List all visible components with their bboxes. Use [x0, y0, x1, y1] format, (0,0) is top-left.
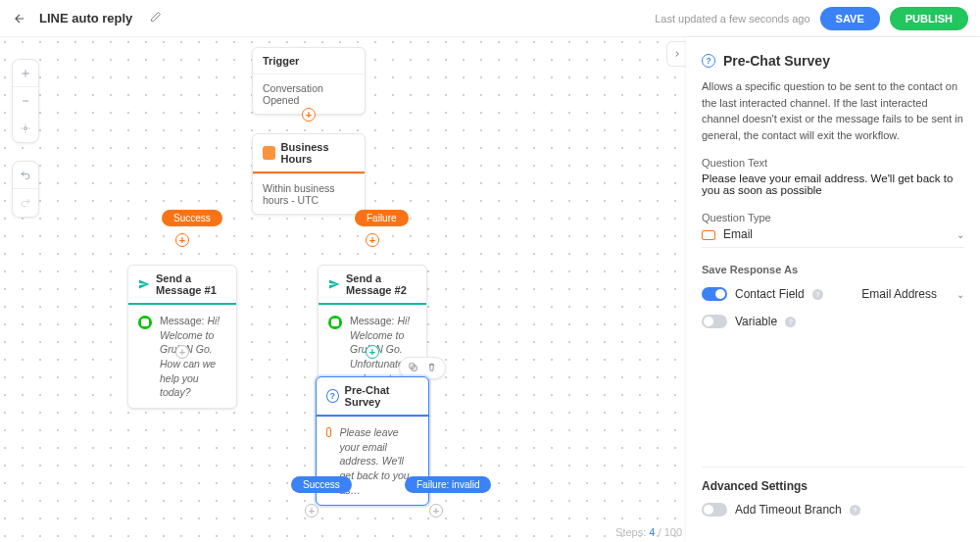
add-step-icon[interactable]: + [305, 504, 318, 517]
node-send-message-1[interactable]: Send a Message #1 Message: Hi! Welcome t… [127, 265, 237, 409]
node-msg2-label: Send a Message #2 [346, 272, 416, 296]
panel-description: Allows a specific question to be sent to… [702, 78, 964, 143]
msg-prefix: Message: [350, 315, 395, 326]
question-type-value: Email [723, 227, 753, 241]
node-business-hours-body: Within business hours - UTC [253, 173, 365, 214]
collapse-panel-icon[interactable] [666, 41, 686, 67]
node-msg1-label: Send a Message #1 [156, 272, 226, 296]
node-msg2-title: Send a Message #2 [318, 266, 426, 305]
send-icon [138, 277, 150, 291]
help-icon[interactable]: ? [850, 505, 860, 516]
copy-icon[interactable] [408, 362, 418, 374]
contact-field-label: Contact Field [735, 287, 805, 301]
help-icon[interactable]: ? [785, 317, 796, 327]
steps-current: 4 [649, 526, 655, 538]
node-business-hours-title: Business Hours [253, 134, 365, 173]
branch-failure-pill[interactable]: Failure [355, 210, 409, 226]
question-type-label: Question Type [702, 212, 964, 223]
line-channel-icon [328, 316, 342, 329]
delete-icon[interactable] [426, 362, 437, 374]
mail-icon [702, 230, 715, 240]
save-button[interactable]: SAVE [820, 7, 880, 30]
zoom-in-icon[interactable]: ＋ [13, 60, 38, 87]
chevron-down-icon: ⌄ [956, 289, 964, 300]
add-step-icon[interactable]: + [429, 504, 443, 517]
header-left: LINE auto reply [12, 11, 162, 26]
redo-icon[interactable] [13, 189, 38, 217]
node-trigger-title: Trigger [253, 48, 365, 74]
timeout-toggle[interactable] [702, 503, 727, 517]
node-business-hours[interactable]: Business Hours Within business hours - U… [252, 133, 366, 215]
survey-failure-pill[interactable]: Failure: invalid [405, 476, 491, 493]
timeout-row: Add Timeout Branch ? [702, 503, 964, 517]
question-type-dropdown[interactable]: Email ⌄ [702, 227, 964, 248]
back-arrow-icon[interactable] [12, 11, 27, 26]
question-icon: ? [702, 54, 715, 68]
mail-icon [326, 427, 331, 437]
add-step-icon[interactable]: + [302, 108, 316, 122]
line-channel-icon [138, 316, 152, 329]
variable-label: Variable [735, 315, 777, 328]
app-header: LINE auto reply Last updated a few secon… [0, 0, 980, 37]
panel-footer: Advanced Settings Add Timeout Branch ? [702, 467, 964, 542]
connection-lines [0, 37, 294, 184]
node-survey-label: Pre-Chat Survey [345, 384, 418, 408]
question-text-value[interactable]: Please leave your email address. We'll g… [702, 172, 964, 196]
variable-row: Variable ? [702, 315, 964, 328]
question-icon: ? [326, 389, 339, 403]
survey-success-pill[interactable]: Success [291, 476, 352, 493]
workflow-title: LINE auto reply [39, 11, 132, 25]
save-response-label: Save Response As [702, 264, 964, 275]
node-business-hours-label: Business Hours [281, 141, 355, 165]
msg-prefix: Message: [160, 315, 205, 326]
calendar-icon [263, 146, 275, 160]
contact-field-row: Contact Field ? Email Address ⌄ [702, 287, 964, 301]
steps-total: 100 [664, 526, 682, 538]
add-step-icon[interactable]: + [175, 233, 189, 247]
node-survey-title: ? Pre-Chat Survey [317, 377, 428, 417]
add-step-icon[interactable]: + [175, 345, 189, 359]
chevron-down-icon: ⌄ [956, 229, 964, 240]
panel-title: ? Pre-Chat Survey [702, 53, 964, 69]
variable-toggle[interactable] [702, 315, 727, 328]
add-step-icon[interactable]: + [366, 345, 379, 359]
msg1-text: Hi! Welcome to Grub N Go. How can we hel… [160, 315, 220, 398]
branch-success-pill[interactable]: Success [162, 210, 222, 226]
last-updated-text: Last updated a few seconds ago [655, 13, 809, 25]
panel-title-text: Pre-Chat Survey [723, 53, 830, 69]
workflow-canvas[interactable]: ＋ － [0, 37, 686, 542]
advanced-settings-title: Advanced Settings [702, 479, 964, 493]
contact-field-value: Email Address [861, 287, 937, 301]
add-step-icon[interactable]: + [366, 233, 379, 247]
history-toolbar [12, 161, 39, 218]
fit-view-icon[interactable] [13, 115, 38, 142]
send-icon [328, 277, 340, 291]
publish-button[interactable]: PUBLISH [890, 7, 968, 30]
side-panel: ? Pre-Chat Survey Allows a specific ques… [686, 37, 980, 542]
contact-field-toggle[interactable] [702, 287, 727, 301]
zoom-out-icon[interactable]: － [13, 87, 38, 115]
node-trigger[interactable]: Trigger Conversation Opened [252, 47, 366, 115]
timeout-label: Add Timeout Branch [735, 503, 842, 517]
zoom-toolbar: ＋ － [12, 59, 39, 143]
help-icon[interactable]: ? [812, 289, 823, 300]
steps-counter: Steps: 4 / 100 [615, 526, 682, 538]
question-text-label: Question Text [702, 157, 964, 169]
node-msg1-title: Send a Message #1 [128, 266, 236, 305]
header-right: Last updated a few seconds ago SAVE PUBL… [655, 7, 968, 30]
edit-title-icon[interactable] [150, 11, 162, 25]
contact-field-dropdown[interactable]: Email Address ⌄ [861, 287, 964, 301]
undo-icon[interactable] [13, 162, 38, 189]
svg-point-0 [24, 127, 27, 130]
steps-label: Steps: [615, 526, 646, 538]
